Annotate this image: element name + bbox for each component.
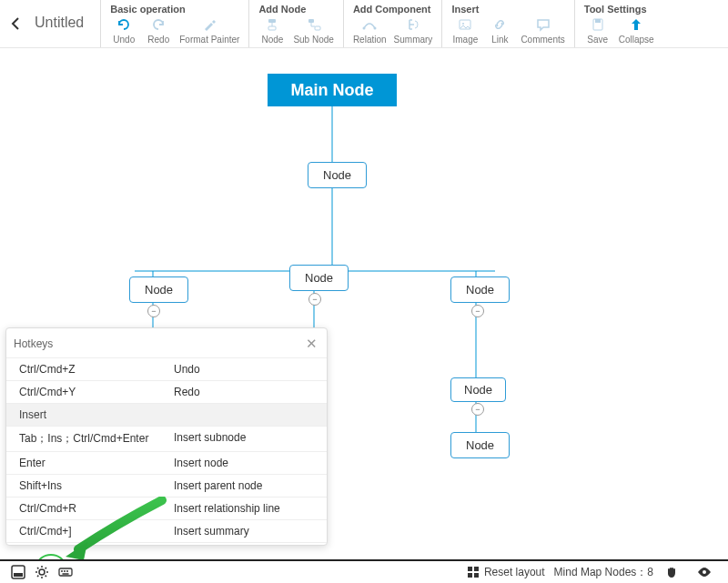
hotkey-desc: Insert subnode — [174, 431, 318, 447]
hand-icon[interactable] — [662, 563, 681, 581]
hotkey-desc: Redo — [174, 386, 318, 398]
tool-label: Format Painter — [179, 35, 239, 45]
toolbar-group: Add ComponentRelationSummary — [343, 0, 442, 47]
svg-point-5 — [363, 27, 366, 30]
svg-rect-32 — [474, 573, 479, 578]
summary-icon — [405, 16, 421, 33]
comment-icon — [535, 16, 551, 33]
main-node[interactable]: Main Node — [268, 74, 397, 106]
hotkey-row: Ctrl/Cmd+RInsert relationship line — [6, 498, 327, 520]
collapse-toggle[interactable]: − — [308, 293, 321, 306]
node[interactable]: Node — [450, 377, 506, 402]
image-icon — [457, 16, 473, 33]
tool-label: Save — [587, 35, 608, 45]
toolbar-group: InsertImageLinkComments — [441, 0, 573, 47]
tool-label: Collapse — [619, 35, 654, 45]
tool-label: Redo — [147, 35, 169, 45]
redo-icon — [150, 16, 167, 33]
rel-button[interactable]: Relation — [353, 16, 387, 45]
node-count: Mind Map Nodes：8 — [554, 565, 653, 580]
subnode-button[interactable]: Sub Node — [293, 16, 333, 45]
keyboard-icon[interactable] — [56, 563, 75, 581]
doc-title[interactable]: Untitled — [35, 15, 84, 31]
hotkey-row: EnterInsert node — [6, 452, 327, 475]
hotkey-row: Shift+InsInsert parent node — [6, 475, 327, 498]
tool-label: Link — [491, 35, 508, 45]
svg-rect-10 — [595, 19, 601, 23]
tool-label: Summary — [394, 35, 433, 45]
undo-button[interactable]: Undo — [110, 16, 137, 45]
tool-label: Image — [452, 35, 478, 45]
svg-rect-31 — [468, 573, 472, 578]
svg-point-6 — [374, 27, 377, 30]
hotkey-keys: Enter — [19, 457, 174, 469]
overview-icon[interactable] — [9, 563, 27, 581]
hotkey-row: Ctrl/Cmd+1,2,3...Insert priority icon — [6, 543, 327, 545]
hotkeys-title: Hotkeys — [14, 337, 53, 350]
hotkey-desc: Insert relationship line — [174, 502, 318, 515]
hotkeys-list[interactable]: Ctrl/Cmd+ZUndoCtrl/Cmd+YRedoInsertTab；In… — [6, 357, 327, 545]
eye-icon[interactable] — [695, 563, 713, 581]
collapse-button[interactable]: Collapse — [619, 16, 654, 45]
collapse-toggle[interactable]: − — [147, 305, 160, 317]
svg-rect-4 — [315, 26, 320, 30]
relation-icon — [361, 16, 378, 33]
cmt-button[interactable]: Comments — [521, 16, 564, 45]
node[interactable]: Node — [129, 276, 188, 303]
tool-label: Relation — [353, 35, 387, 45]
tool-label: Undo — [113, 35, 135, 45]
link-icon — [491, 16, 508, 33]
group-label: Add Node — [258, 4, 333, 15]
hotkeys-section: Insert — [6, 404, 327, 427]
node[interactable]: Node — [289, 265, 349, 291]
hotkey-row: Ctrl/Cmd+YRedo — [6, 381, 327, 404]
svg-point-33 — [703, 570, 706, 574]
status-bar: Reset layout Mind Map Nodes：8 — [0, 559, 728, 583]
hotkey-row: Ctrl/Cmd+ZUndo — [6, 358, 327, 381]
group-label: Basic operation — [110, 4, 239, 15]
svg-rect-0 — [268, 19, 276, 23]
top-toolbar: Untitled Basic operationUndoRedoFormat P… — [0, 0, 728, 48]
hotkey-row: Tab；Ins；Ctrl/Cmd+EnterInsert subnode — [6, 427, 327, 452]
gear-icon[interactable] — [33, 563, 51, 581]
save-button[interactable]: Save — [584, 16, 612, 45]
hotkey-keys: Tab；Ins；Ctrl/Cmd+Enter — [19, 431, 174, 447]
collapse-toggle[interactable]: − — [471, 305, 484, 317]
svg-rect-1 — [268, 26, 276, 30]
link-button[interactable]: Link — [486, 16, 513, 45]
hotkey-row: Ctrl/Cmd+]Insert summary — [6, 520, 327, 543]
toolbar-group: Basic operationUndoRedoFormat Painter — [100, 0, 248, 47]
hotkey-keys: Ctrl/Cmd+Y — [19, 386, 174, 398]
svg-point-23 — [39, 569, 45, 575]
svg-rect-24 — [59, 568, 72, 576]
hotkey-desc: Undo — [174, 363, 318, 376]
group-label: Tool Settings — [584, 4, 654, 15]
reset-layout-button[interactable]: Reset layout — [466, 565, 545, 579]
collapse-toggle[interactable]: − — [471, 403, 484, 416]
node-button[interactable]: Node — [258, 16, 286, 45]
node[interactable]: Node — [450, 432, 510, 458]
hotkey-keys: Shift+Ins — [19, 479, 174, 492]
back-button[interactable] — [7, 15, 25, 33]
grid-icon — [466, 565, 480, 579]
hotkey-keys: Ctrl/Cmd+Z — [19, 363, 174, 376]
redo-button[interactable]: Redo — [145, 16, 172, 45]
toolbar-group: Tool SettingsSaveCollapse — [574, 0, 663, 47]
hotkey-keys: Ctrl/Cmd+R — [19, 502, 174, 515]
subnode-icon — [306, 16, 322, 33]
chevron-left-icon — [9, 16, 24, 31]
group-label: Add Component — [353, 4, 433, 15]
sum-button[interactable]: Summary — [394, 16, 433, 45]
tool-label: Node — [261, 35, 283, 45]
hotkeys-panel: Hotkeys ✕ Ctrl/Cmd+ZUndoCtrl/Cmd+YRedoIn… — [5, 327, 328, 546]
hotkey-desc: Insert summary — [174, 525, 318, 538]
hotkey-desc: Insert parent node — [174, 479, 318, 492]
node[interactable]: Node — [450, 276, 510, 303]
img-button[interactable]: Image — [451, 16, 479, 45]
fmt-button[interactable]: Format Painter — [179, 16, 239, 45]
node[interactable]: Node — [308, 162, 367, 188]
svg-rect-3 — [308, 19, 314, 23]
svg-rect-22 — [14, 573, 23, 577]
close-icon[interactable]: ✕ — [306, 336, 318, 352]
undo-icon — [116, 16, 132, 33]
